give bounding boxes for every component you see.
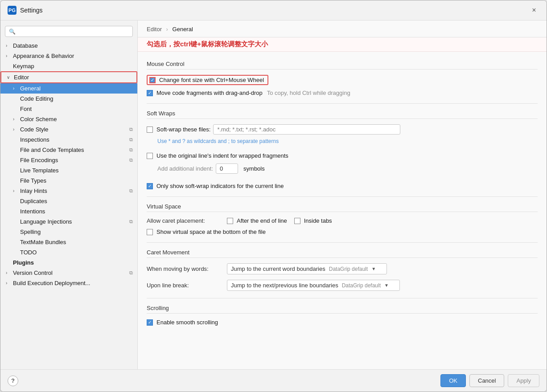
mouse-control-section-label: Mouse Control [147,61,538,69]
upon-line-break-dropdown[interactable]: Jump to the next/previous line boundarie… [227,280,400,291]
copy-icon: ⧉ [129,157,133,163]
spacer-icon [6,64,10,69]
softwrap-checkbox[interactable] [147,127,153,133]
sidebar-item-general[interactable]: › General [0,83,137,94]
sidebar-item-label: Plugins [13,259,34,266]
softwrap-hint: Use * and ? as wildcards and ; to separa… [157,138,538,144]
sidebar-item-spelling[interactable]: Spelling [0,227,137,237]
sidebar-item-label: Appearance & Behavior [13,53,74,59]
search-icon: 🔍 [9,29,16,35]
sidebar-item-label: Code Editing [20,95,53,102]
move-code-hint: To copy, hold Ctrl while dragging [267,90,350,96]
caret-placement-label: Allow caret placement: [147,217,227,224]
sidebar-item-duplicates[interactable]: Duplicates [0,196,137,206]
chevron-right-icon: › [13,127,17,132]
virtual-space-bottom-checkbox[interactable] [147,229,153,235]
sidebar-item-build[interactable]: › Build Execution Deployment... [0,278,137,288]
ok-button[interactable]: OK [440,374,466,387]
sidebar-item-color-scheme[interactable]: › Color Scheme [0,114,137,124]
sidebar-item-textmate-bundles[interactable]: TextMate Bundles [0,237,137,247]
main-content: 🔍 › Database › Appearance & Behavior Key… [0,20,547,369]
breadcrumb-parent: Editor [147,26,162,33]
chevron-right-icon: › [6,281,10,286]
sidebar-item-font[interactable]: Font [0,104,137,114]
sidebar-item-label: Database [13,42,38,49]
sidebar-item-label: Version Control [13,270,53,276]
option-move-code-row: Move code fragments with drag-and-drop T… [147,89,538,97]
sidebar-item-editor[interactable]: ∨ Editor [0,71,137,83]
sidebar-item-live-templates[interactable]: Live Templates [0,165,137,176]
app-icon: PG [8,6,16,15]
apply-button[interactable]: Apply [508,374,539,387]
sidebar-item-file-code-templates[interactable]: File and Code Templates ⧉ [0,145,137,155]
copy-icon: ⧉ [129,127,133,132]
soft-wraps-section-label: Soft Wraps [147,110,538,119]
when-moving-row: When moving by words: Jump to the curren… [147,262,538,275]
breadcrumb-separator: › [166,26,168,33]
sidebar-item-label: File Types [20,177,46,184]
content-area: Mouse Control Change font size with Ctrl… [138,52,547,369]
virtual-space-bottom-row: Show virtual space at the bottom of the … [147,228,538,236]
sidebar-item-label: Intentions [20,208,45,215]
settings-dialog: PG Settings × 🔍 › Database › Appearance … [0,0,547,392]
copy-icon: ⧉ [129,188,133,194]
sidebar-item-label: Inspections [20,136,49,143]
symbols-label: symbols [243,165,265,172]
sidebar-item-appearance[interactable]: › Appearance & Behavior [0,51,137,61]
sidebar-item-label: File Encodings [20,157,58,163]
cancel-button[interactable]: Cancel [469,374,504,387]
sidebar-item-label: TODO [20,249,37,256]
when-moving-dropdown[interactable]: Jump to the current word boundaries Data… [227,263,387,274]
softwrap-input[interactable] [213,124,400,135]
smooth-scroll-label: Enable smooth scrolling [156,319,218,326]
change-font-checkbox[interactable] [149,77,156,83]
footer-right: OK Cancel Apply [440,374,539,387]
sidebar-item-code-style[interactable]: › Code Style ⧉ [0,124,137,135]
sidebar-item-database[interactable]: › Database [0,41,137,51]
upon-line-break-row: Upon line break: Jump to the next/previo… [147,279,538,292]
dialog-title: Settings [20,7,529,14]
sidebar-item-inspections[interactable]: Inspections ⧉ [0,135,137,145]
caret-placement-row: Allow caret placement: After the end of … [147,216,538,225]
additional-indent-row: Add additional indent: symbols [157,163,538,175]
annotation-bar: 勾选后，按ctrl键+鼠标滚轮调整文字大小 [138,37,547,52]
sidebar-item-file-types[interactable]: File Types [0,176,137,186]
sidebar-item-language-injections[interactable]: Language Injections ⧉ [0,216,137,227]
softwrap-indent-checkbox[interactable] [147,153,153,159]
inside-tabs-checkbox[interactable] [294,218,300,224]
move-code-checkbox[interactable] [147,90,153,96]
sidebar-item-file-encodings[interactable]: File Encodings ⧉ [0,155,137,165]
sidebar-item-label: File and Code Templates [20,147,84,153]
sidebar-item-todo[interactable]: TODO [0,247,137,257]
chevron-down-icon: ∨ [7,75,11,80]
sidebar-item-inlay-hints[interactable]: › Inlay Hints ⧉ [0,186,137,196]
right-panel: Editor › General 勾选后，按ctrl键+鼠标滚轮调整文字大小 M… [138,20,547,369]
after-end-label: After the end of line [237,217,287,224]
sidebar-item-label: Duplicates [20,198,47,204]
icon-text: PG [8,8,16,13]
inside-tabs-label: Inside tabs [304,217,332,224]
sidebar-item-code-editing[interactable]: Code Editing [0,94,137,104]
help-button[interactable]: ? [8,376,18,386]
after-end-checkbox[interactable] [227,218,233,224]
move-code-label: Move code fragments with drag-and-drop [156,90,263,96]
upon-line-break-label: Upon line break: [147,282,227,289]
sidebar-item-version-control[interactable]: › Version Control ⧉ [0,268,137,278]
sidebar-item-label: Build Execution Deployment... [13,280,90,286]
search-box[interactable]: 🔍 [5,26,133,37]
close-button[interactable]: × [529,5,539,16]
sidebar-item-label: TextMate Bundles [20,239,66,245]
chevron-right-icon: › [6,270,10,275]
sidebar-item-intentions[interactable]: Intentions [0,206,137,216]
additional-indent-label: Add additional indent: [157,165,213,172]
search-input[interactable] [18,28,129,35]
smooth-scroll-checkbox[interactable] [147,319,153,326]
softwrap-indicator-checkbox[interactable] [147,183,153,189]
sidebar-item-plugins[interactable]: Plugins [0,257,137,268]
upon-line-default: DataGrip default [342,282,381,289]
upon-line-value: Jump to the next/previous line boundarie… [231,282,338,289]
sidebar-item-label: Font [20,106,32,112]
when-moving-label: When moving by words: [147,265,227,272]
additional-indent-input[interactable] [216,163,238,174]
sidebar-item-keymap[interactable]: Keymap [0,61,137,71]
